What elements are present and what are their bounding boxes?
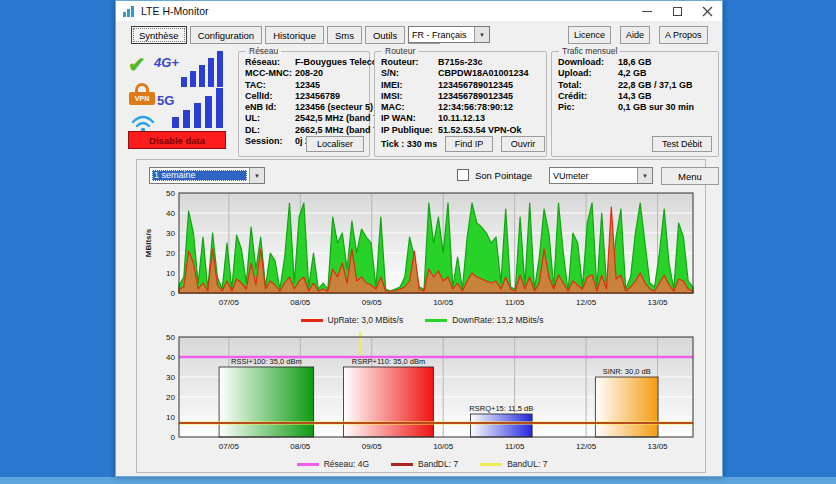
field-row: Crédit:14,3 GB: [558, 91, 714, 102]
wifi-icon: [130, 113, 156, 133]
svg-text:SINR: 30,0 dB: SINR: 30,0 dB: [603, 367, 651, 376]
reseau-groupbox: Réseau Réseau:F-Bouygues TelecomMCC-MNC:…: [238, 51, 370, 157]
tab-synthese[interactable]: Synthèse: [131, 26, 187, 44]
signal-bars-chart: RSSI+100: 35,0 dBmRSRP+110: 35,0 dBmRSRQ…: [141, 332, 701, 456]
tab-configuration[interactable]: Configuration: [190, 26, 263, 44]
field-row: IMSI:123456789012345: [381, 91, 542, 102]
field-row: Routeur:B715s-23c: [381, 57, 542, 68]
field-row: CellId:123456789: [245, 91, 365, 102]
svg-text:10: 10: [166, 269, 175, 278]
trafic-fields: Download:18,6 GBUpload:4,2 GBTotal:22,8 …: [558, 57, 714, 113]
period-value: 1 semaine: [152, 170, 247, 181]
svg-text:30: 30: [166, 229, 175, 238]
ouvrir-button[interactable]: Ouvrir: [501, 136, 545, 152]
network-4g-label: 4G+: [154, 55, 179, 70]
legend-item: BandUL: 7: [480, 459, 547, 469]
svg-text:09/05: 09/05: [362, 442, 383, 451]
svg-text:09/05: 09/05: [362, 298, 383, 307]
svg-text:RSRQ+15: 11,5 dB: RSRQ+15: 11,5 dB: [469, 404, 533, 413]
period-select[interactable]: 1 semaine ▼: [149, 167, 265, 184]
svg-text:10/05: 10/05: [433, 298, 454, 307]
field-row: Total:22,8 GB / 37,1 GB: [558, 80, 714, 91]
legend-item: UpRate: 3,0 MBits/s: [301, 315, 404, 325]
trafic-groupbox: Trafic mensuel Download:18,6 GBUpload:4,…: [551, 51, 719, 157]
field-row: MCC-MNC:208-20: [245, 68, 365, 79]
find-ip-button[interactable]: Find IP: [445, 136, 493, 152]
svg-text:RSSI+100: 35,0 dBm: RSSI+100: 35,0 dBm: [231, 357, 302, 366]
aide-button[interactable]: Aide: [620, 26, 650, 44]
app-icon: [122, 5, 135, 18]
tick-value: Tick : 330 ms: [381, 139, 437, 149]
field-row: Upload:4,2 GB: [558, 68, 714, 79]
throughput-area-chart: 0102030405007/0508/0509/0510/0511/0512/0…: [141, 188, 701, 310]
menu-button[interactable]: Menu: [661, 167, 719, 185]
localiser-button[interactable]: Localiser: [306, 136, 364, 152]
svg-text:12/05: 12/05: [576, 442, 597, 451]
field-value: 4,2 GB: [618, 68, 647, 79]
legend-swatch: [480, 463, 502, 466]
field-row: Pic:0,1 GB sur 30 min: [558, 102, 714, 113]
field-value: 18,6 GB: [618, 57, 652, 68]
tab-outils[interactable]: Outils: [365, 26, 405, 44]
field-value: 12:34:56:78:90:12: [438, 102, 513, 113]
signal-bars-4g-icon: [181, 51, 225, 87]
field-row: S/N:CBPDW18A01001234: [381, 68, 542, 79]
maximize-button[interactable]: [662, 1, 692, 21]
field-label: MCC-MNC:: [245, 68, 295, 79]
routeur-groupbox: Routeur Routeur:B715s-23cS/N:CBPDW18A010…: [374, 51, 547, 157]
svg-text:10: 10: [166, 413, 175, 422]
field-value: 10.11.12.13: [438, 113, 485, 124]
app-window: LTE H-Monitor Synthèse Configuration His…: [115, 0, 723, 477]
field-label: Total:: [558, 80, 618, 91]
legend-label: UpRate: 3,0 MBits/s: [328, 315, 404, 325]
svg-text:30: 30: [166, 373, 175, 382]
chevron-down-icon: ▼: [474, 27, 489, 42]
language-select[interactable]: FR - Français ▼: [408, 26, 490, 43]
field-label: IP WAN:: [381, 113, 438, 124]
charts-panel: 1 semaine ▼ Son Pointage VUmeter ▼ Menu …: [136, 159, 706, 473]
field-value: 123456789012345: [438, 91, 513, 102]
svg-text:40: 40: [166, 209, 175, 218]
minimize-icon: [642, 11, 652, 12]
field-label: IP Publique:: [381, 125, 438, 136]
tab-sms[interactable]: Sms: [327, 26, 362, 44]
field-label: DL:: [245, 125, 295, 136]
field-row: eNB Id:123456 (secteur 5): [245, 102, 365, 113]
minimize-button[interactable]: [632, 1, 662, 21]
disable-data-button[interactable]: Disable data: [128, 131, 226, 149]
field-value: 208-20: [295, 68, 323, 79]
field-label: Session:: [245, 136, 295, 147]
toolbar: Synthèse Configuration Historique Sms Ou…: [131, 26, 440, 44]
svg-text:50: 50: [166, 189, 175, 198]
display-mode-select[interactable]: VUmeter ▼: [549, 167, 653, 184]
desktop-strip: [0, 477, 836, 484]
language-value: FR - Français: [409, 30, 474, 40]
son-pointage-checkbox[interactable]: [457, 169, 469, 181]
test-debit-button[interactable]: Test Débit: [652, 136, 712, 152]
field-value: 2662,5 MHz (band 7): [295, 125, 381, 136]
legend-item: Réseau: 4G: [297, 459, 369, 469]
legend-swatch: [425, 319, 447, 322]
svg-text:08/05: 08/05: [290, 298, 311, 307]
legend-item: BandDL: 7: [391, 459, 458, 469]
field-row: DL:2662,5 MHz (band 7): [245, 125, 365, 136]
legend-label: BandUL: 7: [507, 459, 547, 469]
svg-text:11/05: 11/05: [505, 442, 525, 451]
maximize-icon: [673, 7, 682, 16]
licence-button[interactable]: Licence: [568, 26, 611, 44]
field-label: IMEI:: [381, 80, 438, 91]
svg-text:07/05: 07/05: [219, 298, 240, 307]
tab-historique[interactable]: Historique: [265, 26, 324, 44]
field-label: Download:: [558, 57, 618, 68]
close-button[interactable]: [692, 1, 722, 21]
field-label: Upload:: [558, 68, 618, 79]
field-value: CBPDW18A01001234: [438, 68, 529, 79]
display-mode-value: VUmeter: [550, 171, 637, 181]
field-label: UL:: [245, 113, 295, 124]
field-label: Crédit:: [558, 91, 618, 102]
legend-label: BandDL: 7: [418, 459, 458, 469]
a-propos-button[interactable]: A Propos: [659, 26, 708, 44]
svg-text:10/05: 10/05: [433, 442, 454, 451]
routeur-title: Routeur: [382, 46, 418, 56]
field-row: Download:18,6 GB: [558, 57, 714, 68]
